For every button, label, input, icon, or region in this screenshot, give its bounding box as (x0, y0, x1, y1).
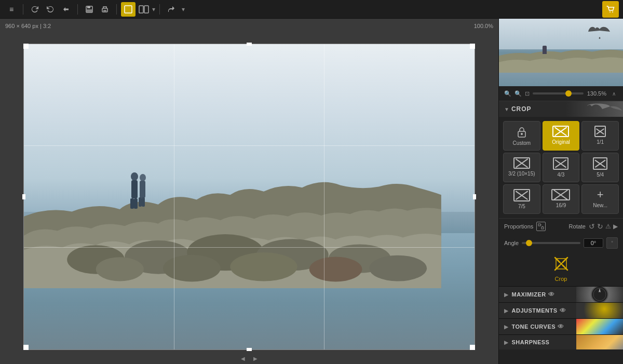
canvas-area: 960 × 640 px | 3:2 100.0% (0, 19, 498, 364)
svg-rect-6 (139, 6, 143, 13)
zoom-slider-thumb[interactable] (565, 90, 572, 97)
crop-header-decoration (566, 101, 623, 117)
svg-rect-25 (140, 181, 145, 198)
file-group (82, 2, 112, 17)
ratio-btn-3-2[interactable]: 3/2 (10×15) (503, 153, 540, 182)
save-button[interactable] (82, 2, 97, 17)
maximizer-section-header[interactable]: ▶ MAXIMIZER 👁 (499, 287, 623, 302)
adjustments-section-header[interactable]: ▶ ADJUSTMENTS 👁 (499, 303, 623, 318)
crop-handle-bl[interactable] (23, 345, 29, 350)
thumb-person (543, 46, 547, 54)
lock-icon (517, 126, 527, 138)
share-button[interactable] (164, 2, 179, 17)
canvas-right-arrow[interactable]: ▶ (251, 356, 260, 361)
tone-curves-arrow: ▶ (504, 324, 509, 330)
angle-slider[interactable] (522, 242, 580, 244)
crop-wrapper[interactable] (23, 44, 475, 350)
toolbar: ≡ ▾ ▾ (0, 0, 623, 19)
ratio-label-4-3: 4/3 (558, 172, 565, 178)
zoom-out-icon[interactable]: 🔍 (504, 90, 511, 97)
flip-v-icon[interactable]: ▶ (613, 223, 618, 230)
angle-value-input[interactable]: 0° (584, 238, 603, 248)
svg-point-18 (309, 257, 362, 281)
crop-apply-button[interactable]: Crop (553, 256, 569, 282)
crop-handle-top[interactable] (247, 43, 252, 46)
undo-button[interactable] (28, 2, 42, 17)
maximizer-label: MAXIMIZER (512, 291, 546, 298)
svg-rect-22 (130, 198, 134, 209)
svg-point-15 (96, 257, 144, 281)
zoom-in-icon[interactable]: 🔍 (514, 90, 522, 97)
rotate-cw-icon[interactable]: ↻ (597, 222, 603, 231)
maximizer-eye-icon[interactable]: 👁 (548, 291, 555, 298)
maximizer-dial (587, 287, 613, 302)
crop-handle-br[interactable] (470, 345, 475, 350)
crop-action-area: Crop (499, 252, 623, 286)
ratio-label-3-2: 3/2 (10×15) (508, 171, 535, 177)
back-button[interactable] (59, 2, 73, 17)
angle-type-button[interactable]: ° (606, 237, 618, 249)
zoom-collapse-button[interactable]: ∧ (610, 89, 618, 98)
ratio-label-custom: Custom (513, 140, 531, 146)
crop-handle-right[interactable] (473, 194, 476, 199)
view-dropdown-arrow[interactable]: ▾ (152, 6, 155, 13)
crop-handle-left[interactable] (22, 194, 25, 199)
ratio-label-original: Original (552, 139, 570, 145)
tone-curves-section-header[interactable]: ▶ TONE CURVES 👁 (499, 319, 623, 334)
ratio-btn-1-1[interactable]: 1/1 (581, 121, 619, 151)
original-icon (552, 126, 569, 137)
ratio-label-7-5: 7/5 (518, 204, 525, 209)
crop-apply-label: Crop (555, 276, 567, 282)
angle-slider-thumb[interactable] (526, 240, 532, 246)
canvas-zoom-label: 100.0% (474, 23, 493, 29)
flip-h-icon[interactable]: ⚠ (605, 223, 611, 230)
toolbar-separator-4 (159, 4, 160, 15)
main-layout: 960 × 640 px | 3:2 100.0% (0, 19, 623, 364)
crop-handle-tl[interactable] (23, 44, 29, 49)
sharpness-img (576, 335, 623, 349)
crop-scissors-icon (553, 256, 569, 275)
svg-rect-21 (131, 180, 138, 198)
crop-handle-tr[interactable] (470, 44, 475, 49)
ratio-btn-4-3[interactable]: 4/3 (543, 153, 580, 182)
couple-silhouette (123, 171, 154, 218)
ratio-btn-original[interactable]: Original (543, 121, 580, 151)
proportions-toggle[interactable] (536, 222, 546, 231)
maximizer-thumbnail (576, 287, 623, 302)
svg-rect-31 (538, 224, 540, 226)
crop-section-arrow: ▼ (504, 106, 509, 112)
sharpness-thumbnail (576, 335, 623, 349)
zoom-value-label: 130.5% (587, 90, 606, 97)
toolbar-separator-3 (116, 4, 117, 15)
zoom-fit-icon[interactable]: ⊡ (525, 90, 530, 97)
canvas-left-arrow[interactable]: ◀ (239, 356, 247, 361)
maximizer-img (576, 287, 623, 302)
adjustments-eye-icon[interactable]: 👁 (560, 307, 566, 314)
redo-button[interactable] (43, 2, 58, 17)
cart-button[interactable] (602, 1, 619, 18)
maximizer-arrow: ▶ (504, 292, 509, 298)
menu-button[interactable]: ≡ (4, 2, 19, 17)
svg-rect-26 (139, 197, 142, 207)
print-button[interactable] (98, 2, 112, 17)
split-view-button[interactable] (137, 2, 151, 17)
zoom-controls: 🔍 🔍 ⊡ 130.5% ∧ (499, 86, 623, 101)
crop-section-header[interactable]: ▼ CROP (499, 101, 623, 117)
svg-rect-4 (103, 10, 106, 11)
ratio-btn-custom[interactable]: Custom (503, 121, 540, 151)
zoom-slider[interactable] (533, 92, 584, 95)
1-1-icon (594, 126, 606, 137)
share-dropdown-arrow[interactable]: ▾ (182, 6, 185, 13)
ratio-label-16-9: 16/9 (556, 203, 566, 208)
ratio-btn-new[interactable]: + New... (581, 184, 619, 214)
sharpness-section-header[interactable]: ▶ SHARPNESS (499, 335, 623, 349)
ratio-btn-7-5[interactable]: 7/5 (503, 184, 540, 214)
crop-handle-bottom[interactable] (247, 348, 252, 351)
rotate-ccw-icon[interactable]: ↺ (589, 222, 595, 231)
ratio-btn-5-4[interactable]: 5/4 (581, 153, 619, 182)
svg-rect-1 (87, 6, 90, 8)
tone-curves-eye-icon[interactable]: 👁 (558, 323, 564, 330)
rotate-buttons: ↺ ↻ ⚠ ▶ (589, 222, 618, 231)
ratio-btn-16-9[interactable]: 16/9 (543, 184, 580, 214)
crop-view-button[interactable] (121, 2, 136, 17)
